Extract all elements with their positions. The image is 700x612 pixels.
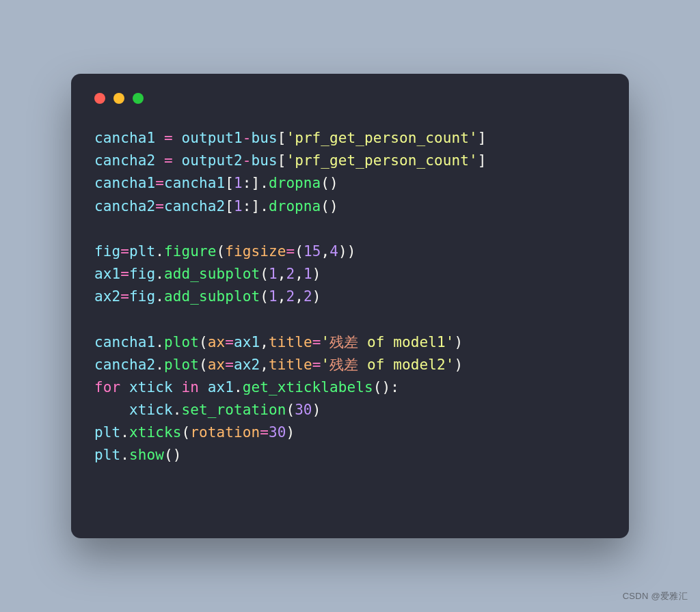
code-token: =: [312, 334, 321, 350]
code-token: =: [164, 152, 173, 169]
code-token: ): [286, 424, 295, 441]
code-token: 残差: [329, 357, 358, 373]
code-token: .: [234, 379, 243, 395]
code-token: ,: [278, 288, 286, 305]
code-token: :].: [243, 198, 269, 214]
code-token: =: [260, 424, 269, 441]
code-token: (: [260, 288, 269, 305]
code-token: in: [181, 379, 199, 395]
code-token: rotation: [190, 424, 260, 441]
code-token: =: [312, 357, 321, 373]
code-token: show: [129, 447, 164, 463]
code-token: .: [155, 357, 164, 373]
code-token: )): [338, 243, 356, 260]
code-token: cancha1: [164, 175, 225, 191]
code-token: xtick: [94, 402, 173, 418]
code-token: .: [173, 402, 182, 418]
code-token: =: [155, 175, 164, 191]
code-token: output1: [173, 130, 243, 146]
code-token: ax2: [234, 357, 260, 373]
code-token: ,: [295, 288, 304, 305]
code-token: ,: [278, 266, 286, 282]
code-token: .: [155, 243, 164, 260]
code-token: fig: [129, 266, 155, 282]
code-token: ): [312, 402, 321, 418]
code-token: figure: [164, 243, 216, 260]
code-token: ,: [321, 243, 329, 260]
code-token: ': [321, 357, 329, 373]
code-token: 2: [286, 266, 295, 282]
code-line: ax2=fig.add_subplot(1,2,2): [94, 286, 606, 308]
code-token: -: [243, 152, 252, 169]
code-token: ax: [208, 357, 226, 373]
code-token: [: [278, 130, 286, 146]
code-token: (: [286, 402, 295, 418]
mac-titlebar: [94, 93, 606, 104]
code-token: [: [225, 175, 234, 191]
code-token: plt: [129, 243, 155, 260]
code-token: ): [455, 334, 463, 350]
code-token: ]: [478, 130, 487, 146]
code-token: 1: [234, 175, 243, 191]
code-token: of model2': [358, 357, 454, 373]
code-line: cancha2.plot(ax=ax2,title='残差 of model2'…: [94, 354, 606, 376]
code-token: ,: [295, 266, 304, 282]
code-token: xticks: [129, 424, 181, 441]
code-token: cancha2: [94, 198, 155, 214]
code-line: cancha2=cancha2[1:].dropna(): [94, 195, 606, 218]
code-token: =: [155, 198, 164, 214]
minimize-icon[interactable]: [113, 93, 124, 104]
code-token: ax: [208, 334, 226, 350]
code-token: (: [295, 243, 304, 260]
code-line: cancha1=cancha1[1:].dropna(): [94, 172, 606, 195]
code-line: cancha2 = output2-bus['prf_get_person_co…: [94, 150, 606, 172]
code-token: 1: [304, 266, 312, 282]
code-token: =: [164, 130, 173, 146]
code-token: =: [120, 243, 129, 260]
maximize-icon[interactable]: [133, 93, 144, 104]
code-token: ): [312, 288, 321, 305]
code-token: cancha2: [94, 152, 164, 169]
code-token: plt: [94, 424, 120, 441]
code-token: 1: [234, 198, 243, 214]
code-token: title: [269, 357, 312, 373]
close-icon[interactable]: [94, 93, 105, 104]
code-token: [: [225, 198, 234, 214]
code-token: plt: [94, 447, 120, 463]
code-token: set_rotation: [181, 402, 286, 418]
code-token: add_subplot: [164, 288, 260, 305]
code-token: plot: [164, 334, 199, 350]
code-token: bus: [251, 130, 277, 146]
code-token: title: [269, 334, 312, 350]
code-line: fig=plt.figure(figsize=(15,4)): [94, 240, 606, 263]
code-line: cancha1.plot(ax=ax1,title='残差 of model1'…: [94, 331, 606, 354]
code-token: of model1': [358, 334, 454, 350]
code-token: ():: [373, 379, 399, 395]
code-token: ): [312, 266, 321, 282]
code-token: 30: [295, 402, 312, 418]
watermark: CSDN @爱雅汇: [623, 590, 688, 602]
code-token: figsize: [225, 243, 286, 260]
code-token: dropna: [269, 175, 321, 191]
code-token: ax2: [94, 288, 120, 305]
code-token: ': [321, 334, 329, 350]
code-line: ax1=fig.add_subplot(1,2,1): [94, 263, 606, 286]
code-token: =: [286, 243, 295, 260]
code-token: =: [120, 266, 129, 282]
code-line: plt.show(): [94, 444, 606, 467]
code-token: 15: [304, 243, 321, 260]
code-token: cancha2: [164, 198, 225, 214]
code-token: ax1: [234, 334, 260, 350]
code-token: ,: [260, 334, 269, 350]
code-token: ax1: [199, 379, 234, 395]
code-token: ]: [478, 152, 487, 169]
code-token: plot: [164, 357, 199, 373]
code-token: =: [120, 288, 129, 305]
code-token: :].: [243, 175, 269, 191]
code-token: cancha1: [94, 334, 155, 350]
code-token: add_subplot: [164, 266, 260, 282]
code-token: 2: [304, 288, 312, 305]
code-token: get_xticklabels: [243, 379, 373, 395]
code-block: cancha1 = output1-bus['prf_get_person_co…: [94, 127, 606, 467]
code-token: .: [155, 334, 164, 350]
